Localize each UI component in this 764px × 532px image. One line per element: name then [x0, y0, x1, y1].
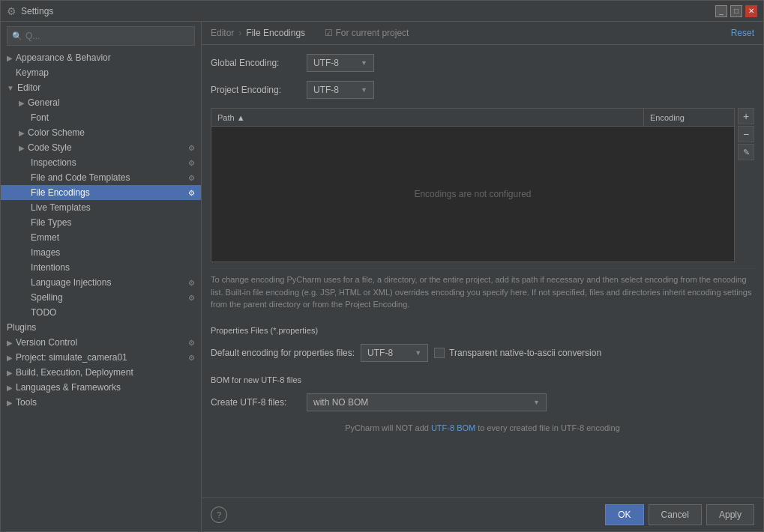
sidebar-item-build[interactable]: ▶ Build, Execution, Deployment [1, 365, 201, 380]
expand-icon: ▶ [19, 99, 25, 107]
sidebar-item-file-types[interactable]: File Types [1, 215, 201, 230]
global-encoding-label: Global Encoding: [211, 58, 301, 68]
bom-section-title: BOM for new UTF-8 files [211, 375, 754, 384]
table-action-buttons: + − ✎ [738, 108, 754, 262]
main-content: 🔍 ▶ Appearance & Behavior Keymap ▼ Edito… [1, 22, 763, 531]
transparent-label: Transparent native-to-ascii conversion [449, 348, 601, 358]
maximize-button[interactable]: □ [730, 5, 742, 17]
sidebar-item-font[interactable]: Font [1, 110, 201, 125]
sidebar-item-editor[interactable]: ▼ Editor [1, 80, 201, 95]
sidebar-item-tools[interactable]: ▶ Tools [1, 395, 201, 410]
bottom-bar: ? OK Cancel Apply [202, 498, 763, 531]
sidebar-item-general[interactable]: ▶ General [1, 95, 201, 110]
apply-button[interactable]: Apply [706, 504, 754, 525]
note-prefix: PyCharm will NOT add [345, 423, 431, 432]
settings-icon: ⚙ [188, 339, 195, 347]
table-header: Path ▲ Encoding [211, 109, 734, 127]
dropdown-arrow-icon: ▼ [533, 399, 540, 406]
sidebar-item-inspections[interactable]: Inspections ⚙ [1, 155, 201, 170]
help-button[interactable]: ? [211, 507, 227, 523]
sidebar-item-label: Keymap [16, 67, 49, 78]
sidebar-item-label: Font [31, 112, 49, 123]
create-utf8-value: with NO BOM [313, 397, 368, 408]
remove-encoding-button[interactable]: − [738, 126, 754, 142]
search-icon: 🔍 [12, 31, 22, 41]
global-encoding-value: UTF-8 [313, 58, 339, 68]
sidebar-item-version-control[interactable]: ▶ Version Control ⚙ [1, 335, 201, 350]
settings-icon: ⚙ [188, 174, 195, 182]
settings-window: ⚙ Settings _ □ ✕ 🔍 ▶ Appearance & Behavi… [0, 0, 764, 532]
encodings-table-section: Path ▲ Encoding Encodings are not config… [211, 108, 754, 262]
sidebar-item-keymap[interactable]: Keymap [1, 65, 201, 80]
settings-icon: ⚙ [188, 144, 195, 152]
search-input[interactable] [25, 31, 190, 41]
sidebar-item-file-code-templates[interactable]: File and Code Templates ⚙ [1, 170, 201, 185]
create-utf8-label: Create UTF-8 files: [211, 397, 301, 408]
minimize-button[interactable]: _ [715, 5, 727, 17]
sidebar-item-label: Color Scheme [28, 127, 85, 138]
dropdown-arrow-icon: ▼ [361, 86, 367, 94]
global-encoding-dropdown[interactable]: UTF-8 ▼ [307, 54, 374, 72]
project-encoding-dropdown[interactable]: UTF-8 ▼ [307, 81, 374, 99]
sidebar-item-appearance[interactable]: ▶ Appearance & Behavior [1, 50, 201, 65]
sidebar-item-languages[interactable]: ▶ Languages & Frameworks [1, 380, 201, 395]
sidebar-item-live-templates[interactable]: Live Templates [1, 200, 201, 215]
info-text: To change encoding PyCharm uses for a fi… [211, 268, 754, 315]
sidebar-item-label: Intentions [31, 262, 70, 273]
edit-encoding-button[interactable]: ✎ [738, 144, 754, 160]
sidebar-item-label: File Encodings [31, 187, 90, 198]
sidebar-item-label: Live Templates [31, 202, 91, 213]
sidebar-item-label: Spelling [31, 292, 63, 303]
sidebar-item-code-style[interactable]: ▶ Code Style ⚙ [1, 140, 201, 155]
dropdown-arrow-icon: ▼ [415, 349, 421, 357]
sidebar-item-label: Version Control [16, 337, 77, 348]
expand-icon: ▶ [19, 129, 25, 137]
sidebar-item-intentions[interactable]: Intentions [1, 260, 201, 275]
expand-icon: ▶ [7, 384, 13, 392]
sidebar-item-label: Plugins [7, 322, 36, 333]
sidebar-item-spelling[interactable]: Spelling ⚙ [1, 290, 201, 305]
sidebar-item-file-encodings[interactable]: File Encodings ⚙ [1, 185, 201, 200]
search-box[interactable]: 🔍 [7, 26, 195, 46]
add-encoding-button[interactable]: + [738, 108, 754, 124]
sidebar-item-label: File Types [31, 217, 71, 228]
cancel-button[interactable]: Cancel [649, 504, 702, 525]
sidebar-item-emmet[interactable]: Emmet [1, 230, 201, 245]
sidebar-item-label: Build, Execution, Deployment [16, 367, 133, 378]
sidebar-item-images[interactable]: Images [1, 245, 201, 260]
expand-icon: ▼ [7, 84, 14, 92]
breadcrumb: Editor › File Encodings ☑ For current pr… [211, 28, 731, 38]
sidebar-item-label: Project: simulate_camera01 [16, 352, 127, 363]
sidebar-item-color-scheme[interactable]: ▶ Color Scheme [1, 125, 201, 140]
panel-body: Global Encoding: UTF-8 ▼ Project Encodin… [202, 45, 763, 498]
window-title: Settings [21, 6, 53, 16]
bom-note: PyCharm will NOT add UTF-8 BOM to every … [211, 420, 754, 435]
for-current-project: ☑ For current project [325, 28, 409, 38]
sidebar-item-label: Code Style [28, 142, 72, 153]
sidebar-item-language-injections[interactable]: Language Injections ⚙ [1, 275, 201, 290]
dropdown-arrow-icon: ▼ [361, 59, 367, 67]
sidebar-item-todo[interactable]: TODO [1, 305, 201, 320]
ok-button[interactable]: OK [605, 504, 643, 525]
sidebar-item-label: General [28, 97, 60, 108]
project-encoding-label: Project Encoding: [211, 85, 301, 95]
create-utf8-dropdown[interactable]: with NO BOM ▼ [307, 393, 547, 411]
sidebar-item-plugins[interactable]: Plugins [1, 320, 201, 335]
properties-encoding-dropdown[interactable]: UTF-8 ▼ [361, 344, 428, 362]
sidebar-item-project[interactable]: ▶ Project: simulate_camera01 ⚙ [1, 350, 201, 365]
sidebar-item-label: TODO [31, 307, 56, 318]
properties-encoding-row: Default encoding for properties files: U… [211, 344, 754, 362]
note-suffix: to every created file in UTF-8 encoding [475, 423, 620, 432]
settings-icon: ⚙ [188, 279, 195, 287]
properties-encoding-value: UTF-8 [367, 348, 393, 358]
sidebar-item-label: Tools [16, 397, 37, 408]
utf8-bom-link[interactable]: UTF-8 BOM [431, 423, 475, 432]
sidebar-item-label: Images [31, 247, 60, 258]
transparent-checkbox[interactable] [434, 348, 445, 358]
expand-icon: ▶ [19, 144, 25, 152]
close-button[interactable]: ✕ [745, 5, 757, 17]
settings-icon: ⚙ [188, 159, 195, 167]
breadcrumb-current: File Encodings [246, 28, 305, 38]
reset-button[interactable]: Reset [731, 28, 754, 38]
sidebar-item-label: Appearance & Behavior [16, 52, 111, 63]
